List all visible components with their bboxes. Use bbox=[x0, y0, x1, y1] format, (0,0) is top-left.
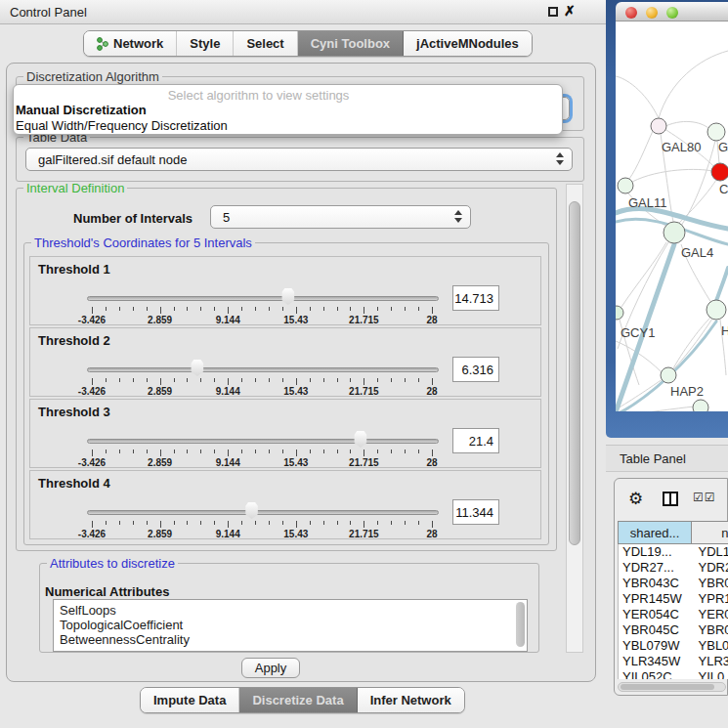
network-node[interactable] bbox=[651, 118, 666, 134]
algorithm-hint: Select algorithm to view settings bbox=[14, 88, 503, 103]
tab-discretize-data[interactable]: Discretize Data bbox=[239, 688, 357, 712]
threshold-4-value-field[interactable] bbox=[452, 499, 499, 525]
table-hscrollbar-thumb[interactable] bbox=[621, 684, 714, 690]
cell-shared-name[interactable]: YBR045C bbox=[619, 622, 693, 638]
tab-style[interactable]: Style bbox=[177, 31, 234, 56]
threshold-2-slider[interactable] bbox=[87, 367, 439, 372]
threshold-4-slider[interactable] bbox=[87, 510, 439, 515]
table-row[interactable]: YBL079WYBL0 bbox=[619, 638, 728, 654]
slider-tick-label: 28 bbox=[426, 315, 437, 325]
table-row[interactable]: YPR145WYPR1 bbox=[619, 591, 728, 607]
table-data-combobox[interactable]: galFiltered.sif default node bbox=[25, 148, 573, 171]
column-header-shared-name[interactable]: shared... bbox=[618, 521, 692, 544]
cell-shared-name[interactable]: YDL19... bbox=[619, 544, 693, 560]
gear-icon[interactable]: ⚙ bbox=[628, 489, 643, 508]
network-node[interactable] bbox=[664, 222, 685, 243]
slider-tick bbox=[350, 450, 351, 453]
slider-tick bbox=[391, 450, 392, 453]
slider-tick bbox=[391, 378, 392, 382]
numerical-attributes-label: Numerical Attributes bbox=[45, 584, 169, 599]
cell-shared-name[interactable]: YPR145W bbox=[619, 591, 693, 607]
slider-tick bbox=[106, 521, 107, 525]
threshold-1-slider[interactable] bbox=[87, 296, 439, 301]
threshold-2-value-field[interactable] bbox=[452, 357, 499, 382]
apply-button[interactable]: Apply bbox=[241, 658, 300, 678]
cell-name[interactable]: YDL1 bbox=[693, 544, 728, 560]
slider-tick-label: 2.859 bbox=[148, 529, 172, 539]
network-node[interactable] bbox=[661, 367, 676, 383]
threshold-3-slider[interactable] bbox=[87, 439, 439, 444]
cell-name[interactable]: YLR3 bbox=[693, 654, 728, 669]
cell-shared-name[interactable]: YDR27... bbox=[619, 560, 693, 576]
number-of-intervals-combobox[interactable]: 5 bbox=[210, 205, 471, 229]
menu-item-manual-discretization[interactable]: Manual Discretization bbox=[16, 103, 147, 117]
network-node-label: GA bbox=[718, 140, 728, 154]
attribute-item[interactable]: TopologicalCoefficient bbox=[54, 618, 527, 632]
cell-name[interactable]: YIL0 bbox=[693, 669, 728, 679]
table-row[interactable]: YDR27...YDR2 bbox=[619, 560, 728, 576]
cell-name[interactable]: YPR1 bbox=[693, 591, 728, 607]
select-columns-icon[interactable]: ☑☑ bbox=[693, 491, 716, 504]
threshold-3-value-field[interactable] bbox=[452, 428, 499, 453]
slider-thumb[interactable] bbox=[190, 360, 204, 376]
attribute-item[interactable]: BetweennessCentrality bbox=[54, 632, 527, 647]
menu-item-equal-width-frequency[interactable]: Equal Width/Frequency Discretization bbox=[16, 118, 228, 133]
cell-shared-name[interactable]: YLR345W bbox=[619, 654, 693, 669]
close-icon[interactable]: ✗ bbox=[564, 3, 576, 19]
table-row[interactable]: YIL052CYIL0 bbox=[619, 669, 728, 679]
network-node[interactable] bbox=[707, 123, 725, 141]
tab-select[interactable]: Select bbox=[234, 31, 297, 56]
slider-thumb[interactable] bbox=[353, 431, 367, 448]
tab-jactivemnodules[interactable]: jActiveMNodules bbox=[404, 31, 532, 56]
cell-shared-name[interactable]: YER054C bbox=[619, 607, 693, 622]
column-header-name[interactable]: name bbox=[692, 521, 728, 544]
slider-tick bbox=[377, 378, 378, 382]
table-row[interactable]: YDL19...YDL1 bbox=[619, 544, 728, 560]
attribute-item[interactable]: SelfLoops bbox=[54, 603, 527, 618]
cell-name[interactable]: YBL0 bbox=[693, 638, 728, 654]
threshold-1-value-field[interactable] bbox=[452, 285, 499, 311]
cell-shared-name[interactable]: YIL052C bbox=[619, 669, 693, 679]
tab-infer-network[interactable]: Infer Network bbox=[358, 688, 464, 712]
attributes-list-scrollbar[interactable] bbox=[516, 602, 525, 647]
table-row[interactable]: YBR045CYBR0 bbox=[619, 622, 728, 638]
network-node[interactable] bbox=[711, 163, 728, 181]
tab-cyni-toolbox[interactable]: Cyni Toolbox bbox=[298, 31, 404, 56]
network-node[interactable] bbox=[618, 178, 633, 193]
slider-tick bbox=[282, 521, 283, 525]
network-node[interactable] bbox=[693, 400, 708, 411]
float-panel-icon[interactable] bbox=[548, 7, 558, 17]
zoom-traffic-light-icon[interactable] bbox=[666, 7, 678, 19]
table-row[interactable]: YER054CYER0 bbox=[619, 607, 728, 622]
slider-tick bbox=[106, 307, 107, 311]
cell-shared-name[interactable]: YBL079W bbox=[619, 638, 693, 654]
table-row[interactable]: YLR345WYLR3 bbox=[619, 654, 728, 669]
network-node[interactable] bbox=[616, 306, 623, 320]
slider-tick bbox=[350, 307, 351, 311]
slider-tick bbox=[310, 450, 311, 453]
table-hscrollbar[interactable] bbox=[618, 682, 726, 692]
slider-tick bbox=[282, 378, 283, 382]
column-layout-icon[interactable] bbox=[663, 492, 678, 506]
panel-scrollbar-thumb[interactable] bbox=[569, 201, 580, 545]
slider-tick bbox=[377, 521, 378, 525]
tab-network[interactable]: Network bbox=[84, 31, 177, 56]
network-canvas[interactable]: GAL80GACGAL11GAL4GCY1HHAP2 bbox=[616, 21, 728, 411]
tab-impute-data[interactable]: Impute Data bbox=[141, 688, 239, 712]
cell-name[interactable]: YER0 bbox=[693, 607, 728, 622]
slider-tick bbox=[200, 521, 201, 525]
cell-name[interactable]: YBR0 bbox=[693, 576, 728, 591]
slider-tick bbox=[405, 450, 406, 453]
minimize-traffic-light-icon[interactable] bbox=[646, 7, 658, 19]
close-traffic-light-icon[interactable] bbox=[625, 7, 637, 19]
threshold-4-label: Threshold 4 bbox=[38, 476, 110, 491]
slider-thumb[interactable] bbox=[244, 502, 259, 519]
cell-name[interactable]: YBR0 bbox=[693, 622, 728, 638]
numerical-attributes-list[interactable]: SelfLoopsTopologicalCoefficientBetweenne… bbox=[53, 599, 528, 652]
network-node[interactable] bbox=[707, 300, 726, 320]
cell-name[interactable]: YDR2 bbox=[693, 560, 728, 576]
network-node-label: GAL80 bbox=[662, 140, 701, 154]
slider-thumb[interactable] bbox=[280, 288, 295, 305]
table-row[interactable]: YBR043CYBR0 bbox=[619, 576, 728, 591]
cell-shared-name[interactable]: YBR043C bbox=[619, 576, 693, 591]
